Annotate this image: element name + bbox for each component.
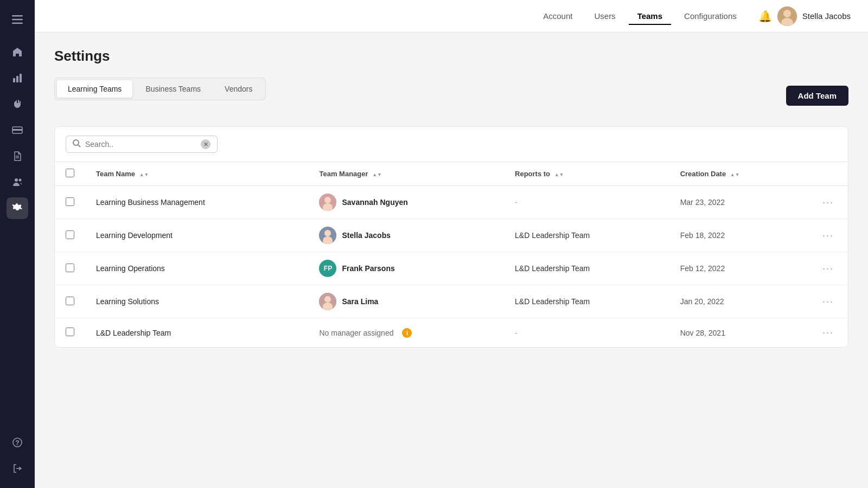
search-bar: ✕ <box>55 127 848 162</box>
row-more-button[interactable]: ··· <box>819 262 837 275</box>
manager-cell: Stella Jacobs <box>319 227 493 244</box>
notification-bell-icon[interactable]: 🔔 <box>758 10 772 23</box>
teams-table: Team Name ▲▼ Team Manager ▲▼ Reports to … <box>55 162 848 347</box>
creation-date-cell: Feb 12, 2022 <box>669 252 808 285</box>
user-avatar <box>777 7 797 26</box>
col-creation-date: Creation Date ▲▼ <box>669 162 808 186</box>
reports-to-label: L&D Leadership Team <box>515 231 590 240</box>
menu-icon[interactable] <box>7 9 28 30</box>
svg-point-22 <box>324 197 331 203</box>
svg-point-25 <box>324 230 331 236</box>
chart-icon[interactable] <box>7 67 28 89</box>
creation-date-cell: Jan 20, 2022 <box>669 285 808 318</box>
svg-point-19 <box>73 140 79 145</box>
home-icon[interactable] <box>7 41 28 63</box>
reports-to-cell: L&D Leadership Team <box>504 219 669 252</box>
team-name-cell: Learning Development <box>96 231 173 240</box>
row-checkbox[interactable] <box>66 297 74 305</box>
row-checkbox[interactable] <box>66 197 74 206</box>
info-icon[interactable]: i <box>402 328 412 338</box>
tab-business-teams[interactable]: Business Teams <box>135 80 212 98</box>
sort-date-icon[interactable]: ▲▼ <box>730 172 740 177</box>
row-checkbox[interactable] <box>66 264 74 272</box>
row-more-button[interactable]: ··· <box>819 326 837 339</box>
row-checkbox[interactable] <box>66 328 74 336</box>
row-more-button[interactable]: ··· <box>819 295 837 309</box>
add-team-button[interactable]: Add Team <box>786 86 848 106</box>
team-name-cell: L&D Leadership Team <box>96 329 171 337</box>
svg-rect-7 <box>12 129 22 131</box>
topbar-user: 🔔 Stella Jacobs <box>758 7 851 26</box>
sidebar: ? <box>0 0 35 488</box>
reports-to-cell: L&D Leadership Team <box>504 285 669 318</box>
table-row: L&D Leadership TeamNo manager assignedi-… <box>55 318 848 348</box>
dash-label: - <box>515 198 518 207</box>
sort-team-name-icon[interactable]: ▲▼ <box>139 172 149 177</box>
tab-bar: Learning Teams Business Teams Vendors <box>54 78 266 100</box>
manager-cell: Sara Lima <box>319 293 493 310</box>
main-area: Account Users Teams Configurations 🔔 Ste… <box>35 0 868 488</box>
row-more-button[interactable]: ··· <box>819 196 837 209</box>
table-row: Learning Development Stella JacobsL&D Le… <box>55 219 848 252</box>
svg-point-11 <box>19 179 22 182</box>
dash-label: - <box>515 329 518 337</box>
logout-icon[interactable] <box>7 458 28 479</box>
reports-to-cell: L&D Leadership Team <box>504 252 669 285</box>
svg-rect-5 <box>20 74 22 82</box>
card-icon[interactable] <box>7 119 28 141</box>
teams-table-container: ✕ Team Name ▲▼ Team Manager <box>54 126 848 348</box>
creation-date-cell: Mar 23, 2022 <box>669 186 808 219</box>
table-row: Learning OperationsFPFrank ParsonsL&D Le… <box>55 252 848 285</box>
nav-configurations[interactable]: Configurations <box>675 7 745 25</box>
row-more-button[interactable]: ··· <box>819 229 837 242</box>
team-name-cell: Learning Solutions <box>96 297 159 306</box>
nav-users[interactable]: Users <box>585 7 624 25</box>
page-content: Settings Learning Teams Business Teams V… <box>35 33 868 488</box>
manager-avatar <box>319 293 336 310</box>
tab-vendors[interactable]: Vendors <box>214 80 263 98</box>
select-all-checkbox[interactable] <box>66 169 74 177</box>
clear-search-icon[interactable]: ✕ <box>201 139 210 149</box>
manager-avatar <box>319 227 336 244</box>
nav-teams[interactable]: Teams <box>629 7 671 25</box>
topbar: Account Users Teams Configurations 🔔 Ste… <box>35 0 868 33</box>
sort-manager-icon[interactable]: ▲▼ <box>372 172 382 177</box>
svg-line-20 <box>78 145 80 147</box>
document-icon[interactable] <box>7 145 28 167</box>
manager-name-label: Frank Parsons <box>342 264 394 273</box>
reports-to-label: L&D Leadership Team <box>515 297 590 306</box>
search-input-wrapper: ✕ <box>66 136 218 153</box>
users-icon[interactable] <box>7 171 28 193</box>
page-title: Settings <box>54 48 110 65</box>
svg-point-10 <box>15 178 18 182</box>
no-manager-label: No manager assigned <box>319 329 393 337</box>
manager-cell: FPFrank Parsons <box>319 260 493 277</box>
team-name-cell: Learning Business Management <box>96 198 205 207</box>
creation-date-cell: Nov 28, 2021 <box>669 318 808 348</box>
sort-reports-icon[interactable]: ▲▼ <box>554 172 564 177</box>
hand-icon[interactable] <box>7 93 28 115</box>
manager-avatar <box>319 194 336 211</box>
tab-learning-teams[interactable]: Learning Teams <box>57 80 132 98</box>
manager-name-label: Savannah Nguyen <box>342 198 407 207</box>
settings-icon[interactable] <box>7 197 28 219</box>
topbar-nav: Account Users Teams Configurations <box>534 7 745 25</box>
svg-rect-0 <box>12 15 23 17</box>
page-header: Settings <box>54 48 848 65</box>
reports-to-cell: - <box>504 318 669 348</box>
search-input[interactable] <box>85 140 196 149</box>
username-label: Stella Jacobs <box>802 11 851 21</box>
table-row: Learning Business Management Savannah Ng… <box>55 186 848 219</box>
nav-account[interactable]: Account <box>534 7 581 25</box>
col-team-manager: Team Manager ▲▼ <box>308 162 504 186</box>
row-checkbox[interactable] <box>66 230 74 239</box>
svg-point-17 <box>783 10 791 17</box>
svg-rect-2 <box>12 23 23 24</box>
help-icon[interactable]: ? <box>7 432 28 453</box>
svg-point-28 <box>324 296 331 303</box>
col-team-name: Team Name ▲▼ <box>85 162 308 186</box>
svg-rect-3 <box>13 78 15 82</box>
manager-name-label: Stella Jacobs <box>342 231 391 240</box>
col-reports-to: Reports to ▲▼ <box>504 162 669 186</box>
creation-date-cell: Feb 18, 2022 <box>669 219 808 252</box>
